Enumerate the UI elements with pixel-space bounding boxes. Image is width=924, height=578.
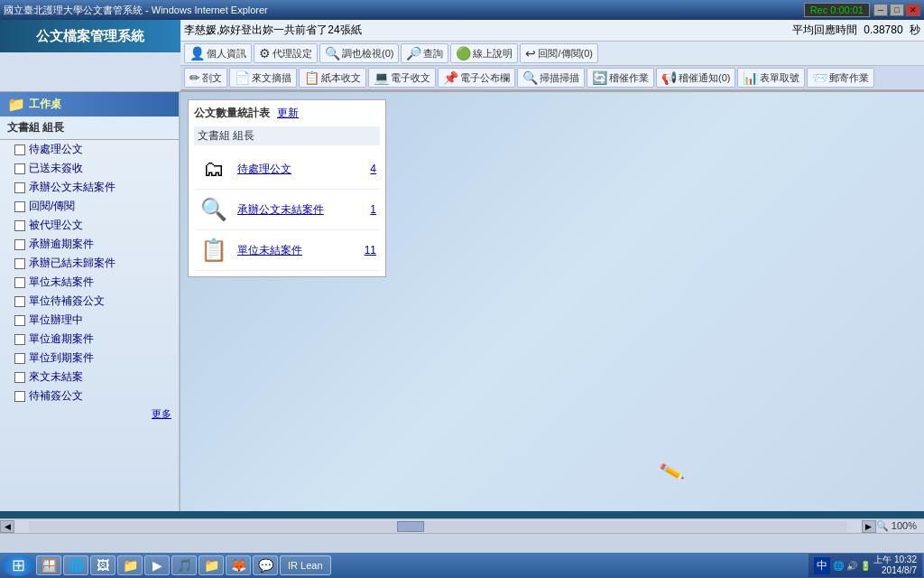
toolbar1-btn-search[interactable]: 🔎查詢 bbox=[401, 43, 448, 63]
status-bar bbox=[0, 533, 924, 553]
sidebar-item-pending[interactable]: 待處理公文 bbox=[0, 140, 179, 159]
sidebar-item-label-incoming-unsettled: 來文未結案 bbox=[29, 369, 83, 385]
sidebar-checkbox-承辦公文未結案件 bbox=[14, 182, 25, 193]
toolbar1-icon-review-circulate: ↩ bbox=[525, 46, 536, 61]
toolbar2-btn-send-document[interactable]: 📨郵寄作業 bbox=[807, 68, 874, 88]
toolbar2-btn-electronic-bulletin[interactable]: 📌電子公布欄 bbox=[438, 68, 515, 88]
window-title: 國立臺北護理大學公文書管系統 - Windows Internet Explor… bbox=[4, 4, 800, 17]
toolbar2-btn-form-retrieve[interactable]: 📊表單取號 bbox=[737, 68, 805, 88]
sidebar-item-label-delegated: 被代理公文 bbox=[29, 218, 83, 233]
sidebar-item-incoming-unsettled[interactable]: 來文未結案 bbox=[0, 368, 179, 387]
sidebar-header: 📁 工作桌 bbox=[0, 92, 179, 117]
toolbar2-label-incoming-doc: 來文摘描 bbox=[252, 71, 291, 85]
taskbar-app-2[interactable]: 🖼 bbox=[90, 555, 116, 575]
sidebar-item-unit-processing[interactable]: 單位辦理中 bbox=[0, 311, 179, 330]
toolbar2-label-send-document: 郵寄作業 bbox=[829, 71, 869, 85]
close-button[interactable]: ✕ bbox=[906, 4, 920, 16]
toolbar2-btn-scan-search[interactable]: 🔍掃描掃描 bbox=[517, 68, 585, 88]
toolbar2-btn-routing[interactable]: 🔄稽催作業 bbox=[587, 68, 654, 88]
toolbar2-icon-draft: ✏ bbox=[189, 70, 200, 85]
cursor-icon: ✏️ bbox=[658, 458, 685, 485]
toolbar2-btn-paper-reply[interactable]: 📋紙本收文 bbox=[299, 68, 366, 88]
sidebar-item-unit-pending-fill[interactable]: 單位待補簽公文 bbox=[0, 292, 179, 311]
sidebar-item-unit-overdue[interactable]: 單位逾期案件 bbox=[0, 330, 179, 349]
scroll-left-btn[interactable]: ◀ bbox=[0, 520, 14, 533]
taskbar-right: 中 🌐 🔊 🔋 上午 10:32 2014/8/7 bbox=[808, 554, 922, 577]
toolbar2-icon-send-document: 📨 bbox=[812, 70, 827, 85]
sidebar-item-label-pending-fill: 待補簽公文 bbox=[29, 388, 83, 404]
stats-link-unit-unsettled[interactable]: 單位未結案件 bbox=[237, 243, 357, 258]
h-scroll-track[interactable] bbox=[29, 521, 847, 532]
header-combined: 公文檔案管理系統 李慈媛,妳好 登出 妳一共前省了24張紙 平均回應時間 0.3… bbox=[0, 20, 924, 92]
toolbar-row-1: 👤個人資訊⚙代理設定🔍調也檢視(0)🔎查詢🟢線上說明↩回閱/傳閱(0) bbox=[180, 42, 924, 66]
title-bar: 國立臺北護理大學公文書管系統 - Windows Internet Explor… bbox=[0, 0, 924, 20]
sidebar-item-delegated[interactable]: 被代理公文 bbox=[0, 216, 179, 235]
sidebar-item-已結未歸案件[interactable]: 承辦已結未歸案件 bbox=[0, 254, 179, 273]
toolbar2-icon-form-retrieve: 📊 bbox=[743, 70, 758, 85]
h-scroll-thumb[interactable] bbox=[397, 521, 424, 532]
stats-count-unit-unsettled[interactable]: 11 bbox=[365, 244, 376, 256]
toolbar2-label-scan-search: 掃描掃描 bbox=[540, 71, 579, 85]
logout-link[interactable]: 登出 bbox=[241, 23, 263, 38]
taskbar-app-1[interactable]: 🌐 bbox=[63, 555, 88, 575]
stats-header: 公文數量統計表 更新 bbox=[194, 106, 380, 121]
stats-count-承辦未結[interactable]: 1 bbox=[370, 203, 376, 216]
more-link[interactable]: 更多 bbox=[0, 406, 179, 423]
battery-icon: 🔋 bbox=[860, 561, 871, 571]
toolbar1-label-adjust-review: 調也檢視(0) bbox=[342, 47, 393, 61]
toolbar2-label-draft: 剳文 bbox=[202, 71, 222, 85]
toolbar2-btn-routing-notice[interactable]: 📢稽催通知(0) bbox=[656, 68, 735, 88]
h-scrollbar[interactable]: ◀ ▶ 🔍 100% bbox=[0, 518, 924, 533]
toolbar1-btn-adjust-review[interactable]: 🔍調也檢視(0) bbox=[319, 43, 399, 63]
taskbar-app-7[interactable]: 🦊 bbox=[226, 555, 251, 575]
taskbar-app-0[interactable]: 🪟 bbox=[36, 555, 61, 575]
folder-icon: 📁 bbox=[7, 96, 25, 113]
sidebar-checkbox-pending bbox=[14, 144, 25, 155]
taskbar-app-4[interactable]: ▶ bbox=[144, 555, 170, 575]
taskbar-app-3[interactable]: 📁 bbox=[117, 555, 143, 575]
sidebar-item-sent-not-received[interactable]: 已送未簽收 bbox=[0, 159, 179, 178]
sidebar-items-container: 待處理公文已送未簽收承辦公文未結案件回閱/傳閱被代理公文承辦逾期案件承辦已結未歸… bbox=[0, 140, 179, 406]
toolbar2-btn-draft[interactable]: ✏剳文 bbox=[184, 68, 227, 88]
toolbar1-btn-online-help[interactable]: 🟢線上說明 bbox=[450, 43, 518, 63]
update-link[interactable]: 更新 bbox=[277, 106, 299, 121]
stats-panel: 公文數量統計表 更新 文書組 組長 🗂 待處理公文 4 🔍 承辦公文未結案件 1… bbox=[188, 99, 386, 277]
taskbar-app-8[interactable]: 💬 bbox=[253, 555, 278, 575]
toolbar1-btn-personal-info[interactable]: 👤個人資訊 bbox=[184, 43, 252, 63]
sidebar-section-header: 文書組 組長 bbox=[0, 117, 179, 140]
toolbar1-btn-review-circulate[interactable]: ↩回閱/傳閱(0) bbox=[520, 43, 598, 63]
sidebar-checkbox-unit-pending-fill bbox=[14, 296, 25, 307]
toolbar2-icon-scan-search: 🔍 bbox=[522, 70, 538, 85]
sidebar-item-unit-unsettled[interactable]: 單位未結案件 bbox=[0, 273, 179, 292]
start-button[interactable]: ⊞ bbox=[2, 555, 34, 576]
taskbar-app-5[interactable]: 🎵 bbox=[171, 555, 197, 575]
sidebar-item-overdue-承辦[interactable]: 承辦逾期案件 bbox=[0, 235, 179, 254]
toolbar1-label-review-circulate: 回閱/傳閱(0) bbox=[538, 47, 593, 61]
toolbar2-btn-electronic-receive[interactable]: 💻電子收文 bbox=[368, 68, 436, 88]
sidebar-item-review-circulate[interactable]: 回閱/傳閱 bbox=[0, 197, 179, 216]
toolbar1-label-personal-info: 個人資訊 bbox=[207, 47, 246, 61]
sidebar-item-unit-due[interactable]: 單位到期案件 bbox=[0, 349, 179, 368]
stats-row-pending-manage: 🗂 待處理公文 4 bbox=[194, 149, 380, 190]
active-window-title: IR Lean bbox=[288, 560, 323, 571]
stats-link-承辦未結[interactable]: 承辦公文未結案件 bbox=[237, 202, 363, 218]
toolbar1-icon-online-help: 🟢 bbox=[456, 46, 471, 61]
toolbar2-btn-incoming-doc[interactable]: 📄來文摘描 bbox=[229, 68, 297, 88]
stats-count-pending-manage[interactable]: 4 bbox=[370, 163, 376, 175]
sidebar: 📁 工作桌 文書組 組長 待處理公文已送未簽收承辦公文未結案件回閱/傳閱被代理公… bbox=[0, 92, 180, 511]
sidebar-item-pending-fill[interactable]: 待補簽公文 bbox=[0, 387, 179, 406]
doc-count-link[interactable]: 妳一共前省了24張紙 bbox=[263, 23, 361, 38]
sidebar-item-承辦公文未結案件[interactable]: 承辦公文未結案件 bbox=[0, 178, 179, 197]
taskbar-app-6[interactable]: 📁 bbox=[199, 555, 224, 575]
workbench-label: 工作桌 bbox=[29, 97, 61, 112]
active-window-button[interactable]: IR Lean bbox=[280, 555, 331, 575]
scroll-right-btn[interactable]: ▶ bbox=[862, 520, 876, 533]
sidebar-checkbox-delegated bbox=[14, 220, 25, 231]
toolbar2-label-routing: 稽催作業 bbox=[609, 71, 649, 85]
minimize-button[interactable]: ─ bbox=[873, 4, 888, 16]
stats-link-pending-manage[interactable]: 待處理公文 bbox=[237, 162, 363, 177]
toolbar1-btn-proxy-settings[interactable]: ⚙代理設定 bbox=[254, 43, 318, 63]
taskbar: ⊞ 🪟🌐🖼📁▶🎵📁🦊💬 IR Lean 中 🌐 🔊 🔋 上午 10:32 201… bbox=[0, 553, 924, 578]
maximize-button[interactable]: □ bbox=[890, 4, 904, 16]
user-info-bar: 李慈媛,妳好 登出 妳一共前省了24張紙 平均回應時間 0.38780 秒 bbox=[180, 20, 924, 42]
